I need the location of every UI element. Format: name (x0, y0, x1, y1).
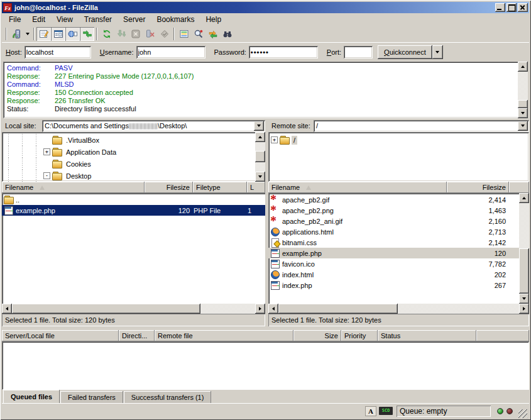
tree-expander[interactable]: + (43, 148, 50, 155)
maximize-button[interactable] (506, 3, 517, 12)
filter-button[interactable] (177, 27, 191, 41)
column-header-size[interactable]: Size (293, 330, 341, 341)
directory-comparison-button[interactable] (191, 27, 205, 41)
disconnect-button[interactable] (143, 27, 157, 41)
file-row-selected[interactable]: example.php120 (268, 248, 519, 258)
file-row[interactable]: index.html202 (268, 269, 519, 280)
menu-bookmarks[interactable]: Bookmarks (151, 14, 200, 25)
column-header-server-local-file[interactable]: Server/Local file (2, 330, 119, 341)
password-input[interactable] (249, 46, 318, 58)
site-manager-dropdown-button[interactable] (23, 27, 31, 41)
tree-item[interactable]: Cookies (2, 158, 255, 170)
resize-grip[interactable] (518, 409, 527, 418)
column-header-priority[interactable]: Priority (341, 330, 378, 341)
file-row[interactable]: .. (2, 194, 265, 205)
log-scrollbar[interactable] (518, 62, 528, 118)
local-list-hscrollbar[interactable] (2, 304, 265, 314)
queue-list[interactable] (2, 341, 529, 390)
column-header-filename[interactable]: Filename (268, 182, 447, 193)
remote-site-dropdown-button[interactable] (518, 121, 528, 131)
file-row[interactable]: bitnami.css2,142 (268, 237, 519, 248)
tree-item[interactable]: .VirtualBox (2, 134, 255, 146)
column-header-status[interactable]: Status (378, 330, 476, 341)
scroll-down-button[interactable] (255, 172, 265, 182)
menu-transfer[interactable]: Transfer (79, 14, 118, 25)
scroll-up-button[interactable] (519, 193, 529, 203)
column-header-filesize[interactable]: Filesize (447, 182, 509, 193)
find-files-button[interactable] (220, 27, 234, 41)
toggle-transfer-queue-button[interactable] (80, 27, 94, 41)
toggle-remote-tree-button[interactable] (65, 27, 80, 41)
process-queue-button[interactable] (114, 27, 128, 41)
close-button[interactable] (518, 3, 528, 12)
username-input[interactable] (136, 46, 205, 58)
scroll-down-button[interactable] (519, 294, 529, 304)
file-row-selected[interactable]: example.php 120 PHP File 1 (2, 205, 265, 216)
scroll-thumb[interactable] (278, 304, 398, 314)
message-log-icon (39, 29, 49, 39)
quickconnect-dropdown-button[interactable] (432, 45, 443, 59)
refresh-button[interactable] (99, 27, 114, 41)
column-header-lastmodified[interactable]: L (247, 182, 265, 193)
local-site-dropdown-button[interactable] (254, 121, 264, 131)
remote-list-scrollbar[interactable] (519, 193, 529, 304)
scroll-thumb[interactable] (519, 248, 529, 294)
folder-icon (52, 135, 62, 145)
folder-icon (280, 135, 290, 145)
scroll-up-button[interactable] (518, 62, 528, 72)
remote-site-combobox[interactable]: / (314, 120, 529, 132)
tree-item[interactable]: +/ (268, 134, 529, 146)
host-input[interactable] (25, 46, 91, 58)
scroll-left-button[interactable] (2, 304, 12, 314)
quickconnect-button[interactable]: Quickconnect (378, 45, 432, 59)
toggle-message-log-button[interactable] (36, 27, 51, 41)
column-header-filename[interactable]: Filename (2, 182, 145, 193)
chevron-down-icon (435, 51, 439, 53)
local-site-combobox[interactable]: C:\Documents and Settings\Desktop\ (42, 120, 265, 132)
scroll-thumb[interactable] (12, 304, 200, 314)
tab-queued-files[interactable]: Queued files (3, 390, 60, 403)
menu-help[interactable]: Help (200, 14, 227, 25)
column-header-direction[interactable]: Directi... (119, 330, 155, 341)
port-input[interactable] (344, 46, 373, 58)
tab-failed-transfers[interactable]: Failed transfers (60, 391, 123, 403)
tab-successful-transfers[interactable]: Successful transfers (1) (124, 391, 212, 403)
remote-list-hscrollbar[interactable] (268, 304, 529, 314)
scroll-thumb[interactable] (255, 151, 265, 162)
scroll-up-button[interactable] (255, 132, 265, 142)
file-row[interactable]: apache_pb2_ani.gif2,160 (268, 216, 519, 226)
message-log: Command:PASV Response:227 Entering Passi… (3, 62, 528, 118)
column-header-remote-file[interactable]: Remote file (155, 330, 293, 341)
file-row[interactable]: apache_pb2.gif2,414 (268, 194, 519, 205)
reconnect-icon (160, 29, 170, 39)
local-tree-scrollbar[interactable] (255, 132, 265, 182)
menu-view[interactable]: View (51, 14, 79, 25)
column-header-filetype[interactable]: Filetype (193, 182, 247, 193)
minimize-button[interactable] (495, 3, 505, 12)
reconnect-button[interactable] (157, 27, 172, 41)
tree-item[interactable]: -Desktop (2, 170, 255, 182)
tree-expander[interactable]: + (271, 136, 278, 143)
file-row[interactable]: apache_pb2.png1,463 (268, 205, 519, 216)
scroll-right-button[interactable] (519, 304, 529, 314)
synchronized-browsing-button[interactable] (205, 27, 220, 41)
column-header-filesize[interactable]: Filesize (145, 182, 193, 193)
cancel-operation-button[interactable] (128, 27, 143, 41)
folder-icon (4, 195, 14, 204)
menu-edit[interactable]: Edit (26, 14, 51, 25)
tree-item[interactable]: +Application Data (2, 146, 255, 158)
scroll-down-button[interactable] (518, 108, 528, 118)
menu-file[interactable]: File (3, 14, 26, 25)
scroll-right-button[interactable] (255, 304, 265, 314)
scroll-left-button[interactable] (268, 304, 278, 314)
toggle-local-tree-button[interactable] (51, 27, 65, 41)
tree-expander[interactable]: - (43, 172, 50, 179)
title-bar[interactable]: Fz john@localhost - FileZilla (2, 2, 529, 13)
file-row[interactable]: applications.html2,713 (268, 226, 519, 237)
menu-server[interactable]: Server (118, 14, 151, 25)
file-row[interactable]: index.php267 (268, 280, 519, 290)
site-manager-button[interactable] (9, 27, 23, 41)
scroll-thumb[interactable] (518, 100, 528, 108)
remote-file-list: apache_pb2.gif2,414 apache_pb2.png1,463 … (268, 193, 529, 304)
file-row[interactable]: favicon.ico7,782 (268, 258, 519, 269)
